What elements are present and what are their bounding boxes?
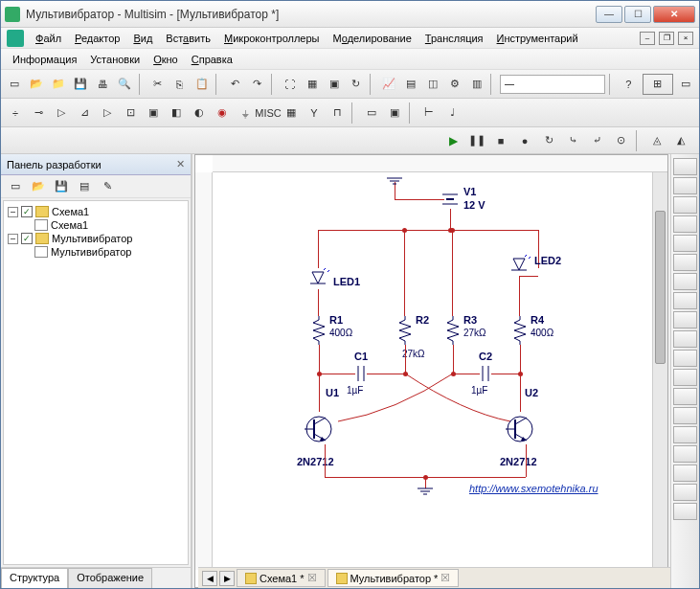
label-c1[interactable]: C1 bbox=[354, 351, 368, 362]
wire[interactable] bbox=[520, 345, 521, 412]
instrument-iv[interactable] bbox=[673, 350, 697, 367]
menu-view[interactable]: Вид bbox=[127, 31, 158, 46]
ground-symbol[interactable] bbox=[418, 487, 433, 496]
label-r3[interactable]: R3 bbox=[463, 314, 477, 326]
misc-btn[interactable]: MISC bbox=[258, 102, 279, 124]
instrument-ag[interactable] bbox=[673, 426, 697, 443]
label-u2[interactable]: U2 bbox=[525, 387, 538, 398]
q1-symbol[interactable] bbox=[305, 412, 333, 446]
maximize-button[interactable]: ☐ bbox=[624, 6, 651, 23]
step-out-button[interactable]: ⤶ bbox=[586, 130, 607, 151]
panel-list-button[interactable]: ▤ bbox=[74, 176, 95, 197]
led2-symbol[interactable] bbox=[508, 255, 531, 278]
bus-btn[interactable]: ⊢ bbox=[418, 102, 440, 124]
mdi-close-button[interactable]: × bbox=[678, 32, 693, 45]
design-tree[interactable]: – ✓ Схема1 Схема1 – ✓ Мультивибратор bbox=[3, 200, 189, 565]
label-u1[interactable]: U1 bbox=[326, 387, 339, 398]
component-button[interactable]: ⚙ bbox=[445, 74, 465, 95]
checkbox[interactable]: ✓ bbox=[21, 233, 33, 244]
wire[interactable] bbox=[526, 444, 527, 477]
tree-node[interactable]: – ✓ Мультивибратор bbox=[8, 232, 184, 245]
instrument-wattmeter[interactable] bbox=[673, 196, 697, 214]
pause-button[interactable]: ❚❚ bbox=[466, 130, 487, 151]
label-r4[interactable]: R4 bbox=[531, 314, 544, 326]
wire[interactable] bbox=[318, 230, 538, 231]
instrument-word-gen[interactable] bbox=[673, 292, 697, 309]
label-r1[interactable]: R1 bbox=[329, 314, 343, 326]
basic-btn[interactable]: ⊸ bbox=[28, 102, 49, 124]
tab-view[interactable]: Отображение bbox=[68, 568, 152, 588]
postprocessor-button[interactable]: ▤ bbox=[401, 74, 421, 95]
tree-node[interactable]: Мультивибратор bbox=[8, 245, 184, 259]
hier-btn[interactable]: ▣ bbox=[384, 102, 405, 124]
database-button[interactable]: ▥ bbox=[466, 74, 486, 95]
instrument-logic-conv[interactable] bbox=[673, 330, 697, 348]
instrument-ag2[interactable] bbox=[673, 445, 697, 463]
minimize-button[interactable]: — bbox=[596, 6, 622, 23]
instrument-labview[interactable] bbox=[673, 484, 697, 501]
rf-btn[interactable]: Y bbox=[304, 102, 325, 124]
mdi-minimize-button[interactable]: – bbox=[640, 32, 655, 45]
tree-node[interactable]: Схема1 bbox=[8, 218, 184, 232]
scrollbar-vertical[interactable] bbox=[652, 172, 667, 570]
junction-btn[interactable]: ♩ bbox=[441, 102, 463, 124]
analog-btn[interactable]: ▷ bbox=[97, 102, 118, 124]
tab-prev-button[interactable]: ◀ bbox=[202, 571, 217, 586]
toggle-view-button[interactable]: ⊞ bbox=[643, 74, 673, 95]
panel-save-button[interactable]: 💾 bbox=[51, 176, 72, 197]
refresh-button[interactable]: ↻ bbox=[346, 74, 366, 95]
checkbox[interactable]: ✓ bbox=[21, 206, 33, 217]
wire[interactable] bbox=[318, 289, 319, 316]
r3-symbol[interactable] bbox=[445, 316, 461, 345]
instrument-bode[interactable] bbox=[673, 254, 697, 271]
panel-open-button[interactable]: 📂 bbox=[28, 176, 49, 197]
close-tab-icon[interactable]: ☒ bbox=[307, 572, 317, 584]
instrument-spectrum[interactable] bbox=[673, 388, 697, 405]
inuse-list-select[interactable]: — bbox=[500, 75, 605, 94]
paste-button[interactable]: 📋 bbox=[192, 74, 212, 95]
doctab-multivibrator[interactable]: Мультивибратор * ☒ bbox=[327, 569, 460, 587]
cmos-btn[interactable]: ▣ bbox=[143, 102, 164, 124]
full-screen-button[interactable]: ⛶ bbox=[280, 74, 300, 95]
tree-node[interactable]: – ✓ Схема1 bbox=[8, 205, 184, 218]
mixed-btn[interactable]: ◐ bbox=[189, 102, 210, 124]
led1-symbol[interactable] bbox=[306, 268, 329, 291]
wire[interactable] bbox=[452, 230, 453, 316]
instrument-func-gen[interactable] bbox=[673, 177, 697, 194]
grapher-button[interactable]: 📈 bbox=[379, 74, 399, 95]
label-r2[interactable]: R2 bbox=[416, 314, 429, 326]
schematic-canvas[interactable]: V1 12 V LED1 LED bbox=[213, 172, 652, 570]
step-button[interactable]: ● bbox=[514, 130, 535, 151]
instrument-network[interactable] bbox=[673, 407, 697, 424]
collapse-icon[interactable]: – bbox=[8, 234, 18, 244]
instrument-logic-analyzer[interactable] bbox=[673, 311, 697, 328]
advanced-btn[interactable]: ▦ bbox=[281, 102, 302, 124]
probe-out-button[interactable]: ◭ bbox=[670, 130, 691, 151]
menu-edit[interactable]: Редактор bbox=[69, 31, 125, 46]
misc-digital-btn[interactable]: ◧ bbox=[166, 102, 187, 124]
label-v1[interactable]: V1 bbox=[463, 186, 476, 197]
label-q1[interactable]: 2N2712 bbox=[297, 456, 334, 467]
menu-help[interactable]: Справка bbox=[186, 52, 238, 67]
mcu-btn[interactable]: ▭ bbox=[361, 102, 382, 124]
cut-button[interactable]: ✂ bbox=[147, 74, 168, 95]
spreadsheet-button[interactable]: ▦ bbox=[302, 74, 322, 95]
panel-new-button[interactable]: ▭ bbox=[5, 176, 26, 197]
wire[interactable] bbox=[395, 199, 444, 200]
print-button[interactable]: 🖶 bbox=[93, 74, 113, 95]
wire[interactable] bbox=[325, 444, 326, 477]
label-led1[interactable]: LED1 bbox=[333, 276, 360, 287]
r1-symbol[interactable] bbox=[311, 316, 327, 345]
open-sample-button[interactable]: 📁 bbox=[49, 74, 69, 95]
step-over-button[interactable]: ⤷ bbox=[562, 130, 583, 151]
transistor-btn[interactable]: ⊿ bbox=[74, 102, 95, 124]
close-button[interactable]: ✕ bbox=[653, 6, 695, 23]
preview-button[interactable]: 🔍 bbox=[115, 74, 135, 95]
wire[interactable] bbox=[318, 230, 319, 268]
label-q2[interactable]: 2N2712 bbox=[500, 456, 537, 467]
menu-transfer[interactable]: Трансляция bbox=[419, 31, 489, 46]
menu-file[interactable]: Файл bbox=[30, 31, 67, 46]
scrollbar-thumb[interactable] bbox=[655, 211, 666, 364]
new-button[interactable]: ▭ bbox=[5, 74, 25, 95]
label-led2[interactable]: LED2 bbox=[534, 255, 561, 266]
